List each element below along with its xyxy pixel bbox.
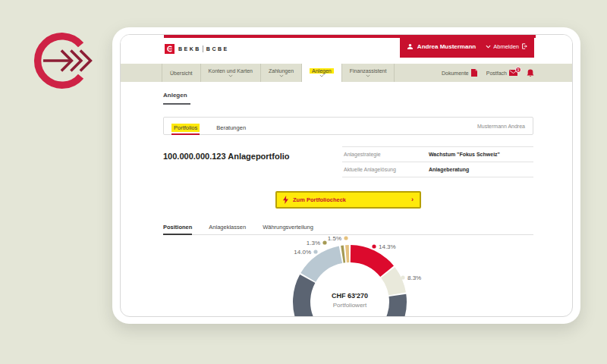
tab-label: Beratungen <box>216 124 246 131</box>
logout-button[interactable]: Abmelden <box>486 43 527 50</box>
logout-icon <box>521 43 527 49</box>
donut-segment[interactable] <box>351 254 387 271</box>
app-header: BEKBBCBE Andrea Mustermann Abmelden <box>121 35 572 64</box>
nav-item-label: Anlegen <box>310 68 334 74</box>
segment-percent-label: 1.5% <box>328 235 341 242</box>
segment-percent-label: 14.3% <box>379 243 396 250</box>
nav-item-label: Konten und Karten <box>209 68 253 74</box>
allocation-donut-chart: 14.3%8.3%14.0%1.3%1.5%CHF 63'270Portfoli… <box>221 234 479 317</box>
chevron-down-icon <box>366 74 370 77</box>
bekb-logo-icon <box>165 44 175 54</box>
documents-link[interactable]: Dokumente <box>442 69 477 77</box>
portfolio-tabs-card: PortfoliosBeratungen Mustermann Andrea <box>163 117 533 135</box>
detail-label: Anlagestrategie <box>344 152 429 157</box>
tab-beratungen[interactable]: Beratungen <box>216 124 246 131</box>
nav-item-finanzassistent[interactable]: Finanzassistent <box>341 64 395 82</box>
main-nav: ÜbersichtKonten und KartenZahlungenAnleg… <box>121 64 572 82</box>
nav-utilities: Dokumente Postfach 9 <box>442 64 534 82</box>
tab-label: Portfolios <box>171 124 200 132</box>
user-menu[interactable]: Andrea Mustermann Abmelden <box>400 35 534 58</box>
nav-item-label: Finanzassistent <box>350 68 387 74</box>
view-tab-positionen[interactable]: Positionen <box>163 224 192 234</box>
inbox-link[interactable]: Postfach 9 <box>486 70 517 76</box>
browser-frame: BEKBBCBE Andrea Mustermann Abmelden Über… <box>112 27 580 324</box>
nav-item--bersicht[interactable]: Übersicht <box>162 64 200 82</box>
donut-segment[interactable] <box>388 272 397 293</box>
chevron-right-icon: › <box>411 196 414 203</box>
detail-row: Aktuelle AnlagelösungAnlageberatung <box>342 162 533 177</box>
view-tab-w-hrungsverteilung[interactable]: Währungsverteilung <box>263 224 313 234</box>
notifications-bell-icon[interactable] <box>527 69 534 77</box>
inbox-badge: 9 <box>515 67 521 73</box>
chevron-down-icon <box>486 45 491 49</box>
nav-item-konten-und-karten[interactable]: Konten und Karten <box>200 64 260 82</box>
chart-center-value: CHF 63'270 <box>332 292 368 300</box>
user-icon <box>407 43 414 50</box>
nav-item-label: Zahlungen <box>269 68 294 74</box>
nav-item-anlegen[interactable]: Anlegen <box>301 64 341 82</box>
segment-percent-label: 8.3% <box>407 275 421 281</box>
segment-legend-dot <box>344 236 348 240</box>
detail-row: AnlagestrategieWachstum "Fokus Schweiz" <box>342 146 533 162</box>
segment-legend-dot <box>372 244 376 248</box>
segment-legend-dot <box>401 275 404 279</box>
detail-label: Aktuelle Anlagelösung <box>344 167 429 172</box>
bekb-logo-text: BEKBBCBE <box>178 46 229 52</box>
content-area: Anlegen PortfoliosBeratungen Mustermann … <box>121 92 572 235</box>
flash-icon <box>283 196 288 204</box>
chart-center-caption: Portfoliowert <box>333 302 367 309</box>
chevron-down-icon <box>319 74 324 77</box>
tab-portfolios[interactable]: Portfolios <box>171 124 200 131</box>
bekb-logo[interactable]: BEKBBCBE <box>165 44 229 54</box>
user-name: Andrea Mustermann <box>417 43 476 50</box>
portfolio-check-button[interactable]: Zum Portfoliocheck › <box>275 191 421 209</box>
view-tab-anlageklassen[interactable]: Anlageklassen <box>209 224 246 234</box>
segment-percent-label: 1.3% <box>307 240 320 246</box>
account-owner: Mustermann Andrea <box>477 124 525 129</box>
chevron-down-icon <box>279 74 284 77</box>
app-window: BEKBBCBE Andrea Mustermann Abmelden Über… <box>120 34 573 317</box>
donut-segment[interactable] <box>308 255 341 278</box>
portfolio-title: 100.000.000.123 Anlageportfolio <box>163 152 290 161</box>
segment-legend-dot <box>313 249 317 253</box>
portfolio-details: AnlagestrategieWachstum "Fokus Schweiz"A… <box>342 146 533 177</box>
document-icon <box>471 69 477 77</box>
segment-percent-label: 14.0% <box>294 249 311 256</box>
nav-item-zahlungen[interactable]: Zahlungen <box>260 64 301 82</box>
bekb-brand-mark-icon <box>24 21 103 100</box>
portfolio-header-row: 100.000.000.123 Anlageportfolio Anlagest… <box>163 146 533 177</box>
breadcrumb[interactable]: Anlegen <box>163 92 533 99</box>
segment-legend-dot <box>322 240 326 244</box>
breadcrumb-underline <box>163 103 190 105</box>
chevron-down-icon <box>228 74 233 77</box>
nav-item-label: Übersicht <box>170 71 193 76</box>
detail-value: Wachstum "Fokus Schweiz" <box>429 152 500 157</box>
detail-value: Anlageberatung <box>429 167 469 172</box>
